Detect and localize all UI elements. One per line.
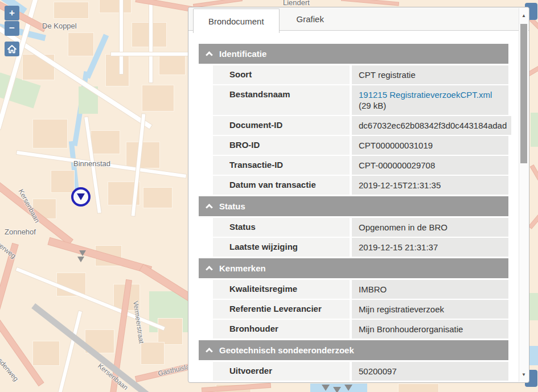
row-label: Referentie Leverancier: [213, 300, 350, 319]
row-label: BRO-ID: [213, 136, 350, 155]
chevron-up-icon: [206, 51, 213, 59]
map-label-street-sw: usdenweg: [0, 354, 20, 383]
map-building: [91, 131, 120, 154]
map-road: [111, 52, 188, 56]
chevron-up-icon: [206, 204, 213, 211]
row-value: Mijn Bronhouderorganisatie: [352, 320, 508, 339]
table-row: Bronhouder Mijn Bronhouderorganisatie: [213, 320, 508, 339]
chevron-up-icon: [206, 348, 213, 355]
table-row: Kwaliteitsregime IMBRO: [213, 280, 508, 299]
selected-cpt-marker[interactable]: [71, 187, 91, 207]
plus-icon: +: [9, 7, 15, 19]
section-rows: Uitvoerder 50200097: [213, 362, 508, 381]
cpt-marker-gray[interactable]: [77, 257, 84, 262]
row-value: Opgenomen in de BRO: [352, 218, 508, 237]
section-kenmerken: Kenmerken Kwaliteitsregime IMBRO Referen…: [199, 258, 508, 339]
tab-grafiek[interactable]: Grafiek: [280, 7, 341, 30]
section-header[interactable]: Kenmerken: [199, 258, 508, 278]
map-label-de-koppel: De Koppel: [42, 22, 77, 30]
row-value: 2019-12-15T21:31:35: [352, 176, 508, 195]
map-building: [143, 188, 172, 208]
map-main-road: [531, 165, 538, 180]
table-row: Bestandsnaam 191215 RegistratieverzoekCP…: [213, 85, 508, 115]
row-value: 191215 RegistratieverzoekCPT.xml (29 kB): [352, 85, 508, 115]
scroll-up-button[interactable]: ▲: [519, 8, 528, 23]
map-label-binnenstad: Binnenstad: [73, 159, 110, 168]
panel-content: Identificatie Soort CPT registratie Best…: [188, 32, 519, 382]
row-value: 50200097: [352, 362, 508, 381]
scroll-down-button[interactable]: ▼: [519, 367, 528, 382]
map-building: [126, 142, 159, 168]
table-row: Status Opgenomen in de BRO: [213, 218, 508, 237]
row-label: Uitvoerder: [213, 362, 350, 381]
row-label: Laatste wijziging: [213, 238, 350, 257]
panel-scrollbar[interactable]: ▲ ▼: [519, 8, 528, 382]
cpt-marker-gray[interactable]: [344, 385, 352, 391]
map-label-liendert: Liendert: [283, 0, 310, 7]
section-header[interactable]: Status: [199, 196, 508, 216]
section-title: Geotechnisch sondeeronderzoek: [219, 345, 354, 355]
table-row: Document-ID dc67032ec62b08342f3d0c443184…: [213, 116, 508, 135]
map-main-road: [342, 0, 399, 5]
tab-label: Grafiek: [297, 14, 324, 24]
row-value: 2019-12-15 21:31:37: [352, 238, 508, 257]
map-building: [100, 0, 131, 13]
section-title: Kenmerken: [219, 263, 266, 273]
section-title: Status: [219, 201, 245, 211]
section-rows: Kwaliteitsregime IMBRO Referentie Levera…: [213, 280, 508, 339]
section-geotechnisch-sondeeronderzoek: Geotechnisch sondeeronderzoek Uitvoerder…: [199, 340, 508, 381]
map-label-zonnehof: Zonnehof: [5, 228, 36, 236]
cpt-triangle-icon: [77, 193, 85, 200]
tab-brondocument[interactable]: Brondocument: [193, 9, 280, 33]
section-status: Status Status Opgenomen in de BRO Laatst…: [199, 196, 508, 257]
scrollbar-thumb[interactable]: [520, 24, 527, 163]
map-park: [529, 293, 538, 320]
row-label: Status: [213, 218, 350, 237]
minus-icon: −: [9, 23, 15, 34]
zoom-out-button[interactable]: −: [5, 21, 19, 36]
map-road: [120, 0, 123, 74]
map-park: [531, 113, 538, 147]
map-main-road: [529, 213, 538, 229]
table-row: Laatste wijziging 2019-12-15 21:31:37: [213, 238, 508, 257]
cpt-marker-gray[interactable]: [322, 385, 330, 391]
home-icon: [7, 45, 17, 53]
row-label: Datum van transactie: [213, 176, 350, 195]
section-rows: Status Opgenomen in de BRO Laatste wijzi…: [213, 218, 508, 257]
map-building: [158, 319, 182, 344]
map-building: [54, 2, 88, 18]
detail-panel: Brondocument Grafiek Identificatie Soort…: [188, 7, 529, 383]
row-value: IMBRO: [352, 280, 508, 299]
map-road: [16, 267, 165, 330]
table-row: Uitvoerder 50200097: [213, 362, 508, 381]
map-building: [33, 119, 67, 148]
map-main-road: [194, 0, 242, 7]
tab-label: Brondocument: [208, 16, 264, 26]
map-road: [58, 311, 82, 392]
cpt-marker-gray[interactable]: [333, 387, 341, 392]
table-row: Transactie-ID CPT-000000029708: [213, 156, 508, 175]
arrow-up-icon: ▲: [521, 13, 526, 18]
section-header[interactable]: Identificatie: [199, 44, 508, 64]
file-download-link[interactable]: 191215 RegistratieverzoekCPT.xml: [359, 90, 492, 100]
home-button[interactable]: [5, 42, 19, 56]
row-label: Bronhouder: [213, 320, 350, 339]
table-row: Referentie Leverancier Mijn registratiev…: [213, 300, 508, 319]
row-value: CPT000000031019: [352, 136, 508, 155]
row-value: dc67032ec62b08342f3d0c443184adad: [352, 116, 511, 135]
map-building: [159, 54, 185, 75]
section-identificatie: Identificatie Soort CPT registratie Best…: [199, 44, 508, 195]
map-building: [33, 341, 59, 365]
row-value: CPT registratie: [352, 65, 508, 84]
section-title: Identificatie: [219, 49, 266, 59]
row-label: Soort: [213, 65, 350, 84]
section-header[interactable]: Geotechnisch sondeeronderzoek: [199, 340, 508, 360]
zoom-in-button[interactable]: +: [5, 6, 19, 20]
table-row: Soort CPT registratie: [213, 65, 508, 84]
tab-bar: Brondocument Grafiek: [188, 7, 529, 31]
cpt-marker-gray[interactable]: [79, 250, 86, 256]
row-value: CPT-000000029708: [352, 156, 508, 175]
arrow-down-icon: ▼: [521, 372, 526, 377]
map-building: [142, 85, 174, 111]
map-building: [51, 171, 74, 192]
